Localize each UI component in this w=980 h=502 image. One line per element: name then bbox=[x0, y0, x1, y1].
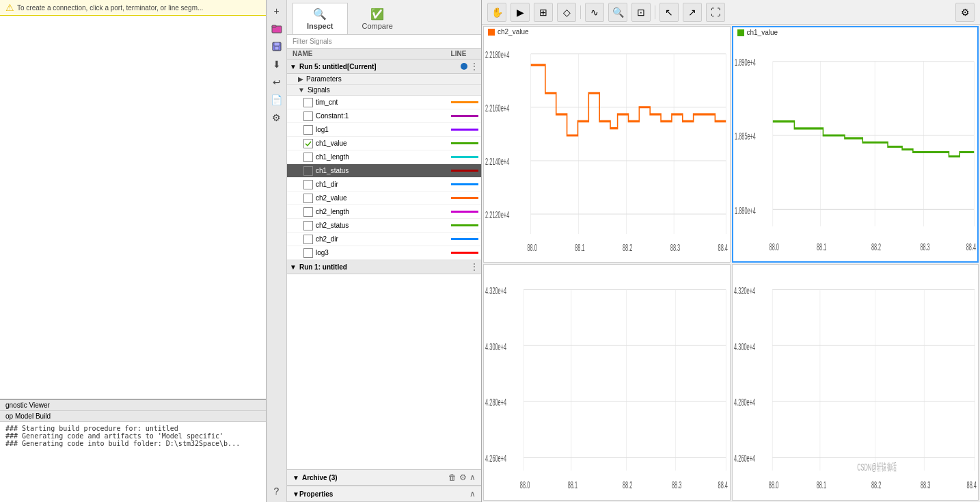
svg-text:4.320e+4: 4.320e+4 bbox=[485, 285, 506, 297]
diagnostic-panel: gnostic Viewer op Model Build ### Starti… bbox=[0, 399, 266, 502]
diamond-tool-btn[interactable]: ◇ bbox=[557, 3, 576, 22]
svg-text:88.3: 88.3 bbox=[672, 479, 682, 491]
chart-br-canvas[interactable]: 4.320e+4 4.300e+4 4.280e+4 4.260e+4 bbox=[733, 265, 979, 500]
const1-checkbox[interactable] bbox=[303, 111, 313, 121]
svg-text:1.880e+4: 1.880e+4 bbox=[735, 205, 756, 215]
run-header-1[interactable]: ▼ Run 1: untitled ⋮ bbox=[287, 260, 481, 274]
properties-collapse-btn[interactable]: ∧ bbox=[469, 489, 476, 499]
svg-text:4.300e+4: 4.300e+4 bbox=[485, 341, 506, 353]
left-panel: ⚠ To create a connection, click a port, … bbox=[0, 0, 267, 502]
svg-text:88.4: 88.4 bbox=[966, 241, 975, 252]
archive-header[interactable]: ▼ Archive (3) 🗑 ⚙ ∧ bbox=[287, 470, 481, 486]
download-btn[interactable]: ⬇ bbox=[269, 56, 285, 72]
play-tool-btn[interactable]: ▶ bbox=[511, 3, 530, 22]
properties-header[interactable]: ▼ Properties ∧ bbox=[287, 486, 481, 502]
ch2dir-checkbox[interactable] bbox=[303, 235, 313, 244]
filter-bar: Filter Signals bbox=[287, 35, 481, 49]
list-item[interactable]: ch1_length bbox=[287, 150, 481, 164]
run-header-5[interactable]: ▼ Run 5: untitled[Current] ⋮ bbox=[287, 60, 481, 74]
settings-btn[interactable]: ⚙ bbox=[269, 109, 285, 126]
ch1stat-checkbox[interactable] bbox=[303, 166, 313, 176]
expand-tool-btn[interactable]: ↗ bbox=[683, 3, 702, 22]
svg-text:88.4: 88.4 bbox=[718, 479, 729, 491]
ch1dir-swatch bbox=[451, 183, 478, 185]
archive-trash-btn[interactable]: 🗑 bbox=[448, 473, 457, 482]
list-item[interactable]: ch2_value bbox=[287, 191, 481, 205]
ch1val-checkbox[interactable] bbox=[303, 139, 313, 148]
grid-tool-btn[interactable]: ⊞ bbox=[534, 3, 553, 22]
folder-btn[interactable] bbox=[269, 21, 285, 37]
svg-text:88.4: 88.4 bbox=[966, 479, 977, 491]
tab-compare[interactable]: ✅ Compare bbox=[348, 3, 407, 34]
save-btn[interactable] bbox=[269, 38, 285, 55]
list-item[interactable]: ch2_length bbox=[287, 205, 481, 219]
properties-title: Properties bbox=[299, 490, 469, 498]
pan-tool-btn[interactable]: ✋ bbox=[487, 3, 506, 22]
archive-collapse-btn[interactable]: ∧ bbox=[469, 473, 476, 482]
svg-text:4.320e+4: 4.320e+4 bbox=[734, 285, 755, 297]
list-item[interactable]: ch2_status bbox=[287, 219, 481, 233]
svg-text:88.0: 88.0 bbox=[527, 242, 536, 252]
list-item[interactable]: log1 bbox=[287, 123, 481, 137]
params-label: Parameters bbox=[306, 75, 342, 83]
signals-header[interactable]: ▼ Signals bbox=[287, 85, 481, 96]
ch2val-swatch bbox=[451, 197, 478, 199]
add-block-btn[interactable]: + bbox=[269, 3, 285, 19]
ch2stat-name: ch2_status bbox=[316, 222, 448, 229]
cursor-tool-btn[interactable]: ↖ bbox=[659, 3, 679, 22]
signals-label: Signals bbox=[308, 86, 330, 94]
archive-settings-btn[interactable]: ⚙ bbox=[459, 473, 467, 482]
list-item[interactable]: log3 bbox=[287, 246, 481, 260]
run5-menu[interactable]: ⋮ bbox=[470, 62, 478, 71]
ch2stat-checkbox[interactable] bbox=[303, 221, 313, 230]
list-item[interactable]: ch1_status bbox=[287, 164, 481, 178]
signal-list-header: NAME LINE bbox=[287, 49, 481, 60]
build-title: op Model Build bbox=[0, 411, 266, 422]
log3-name: log3 bbox=[316, 249, 448, 256]
ch1-title-label: ch1_value bbox=[747, 29, 778, 36]
run5-dot bbox=[461, 63, 467, 70]
chart-settings-btn[interactable]: ⚙ bbox=[955, 3, 975, 22]
run-group-1: ▼ Run 1: untitled ⋮ bbox=[287, 260, 481, 274]
list-item[interactable]: ch2_dir bbox=[287, 233, 481, 246]
doc-btn[interactable]: 📄 bbox=[269, 92, 285, 108]
ch1dir-checkbox[interactable] bbox=[303, 180, 313, 189]
svg-text:88.1: 88.1 bbox=[816, 479, 826, 491]
archive-expand: ▼ bbox=[292, 474, 299, 481]
log1-checkbox[interactable] bbox=[303, 125, 313, 135]
help-btn[interactable]: ? bbox=[269, 483, 285, 499]
wave-tool-btn[interactable]: ∿ bbox=[585, 3, 604, 22]
svg-text:4.280e+4: 4.280e+4 bbox=[485, 396, 506, 408]
chart-bl-canvas[interactable]: 4.320e+4 4.300e+4 4.280e+4 4.260e+4 bbox=[484, 265, 730, 500]
ch2len-checkbox[interactable] bbox=[303, 207, 313, 217]
zoom-tool-btn[interactable]: 🔍 bbox=[608, 3, 627, 22]
col-line-header: LINE bbox=[441, 50, 476, 57]
list-item[interactable]: tim_cnt bbox=[287, 96, 481, 109]
run5-name: Run 5: untitled[Current] bbox=[299, 63, 458, 70]
ch1len-checkbox[interactable] bbox=[303, 153, 313, 162]
col-name-header: NAME bbox=[292, 50, 441, 57]
chart-ch2-canvas[interactable]: 2.2180e+4 2.2160e+4 2.2140e+4 2.2120e+4 bbox=[484, 37, 730, 262]
fullscreen-tool-btn[interactable]: ⛶ bbox=[706, 3, 725, 22]
list-item[interactable]: ch1_value bbox=[287, 137, 481, 150]
undo-btn[interactable]: ↩ bbox=[269, 74, 285, 90]
params-header[interactable]: ▶ Parameters bbox=[287, 74, 481, 85]
chart-ch1-canvas[interactable]: 1.890e+4 1.885e+4 1.880e+4 bbox=[733, 38, 978, 261]
ch2dir-name: ch2_dir bbox=[316, 235, 448, 243]
log3-checkbox[interactable] bbox=[303, 248, 313, 258]
ch2len-swatch bbox=[451, 211, 478, 213]
svg-rect-44 bbox=[275, 47, 279, 50]
list-item[interactable]: ch1_dir bbox=[287, 178, 481, 191]
frame-tool-btn[interactable]: ⊡ bbox=[631, 3, 651, 22]
run1-menu[interactable]: ⋮ bbox=[470, 262, 478, 272]
tim-cnt-checkbox[interactable] bbox=[303, 98, 313, 107]
svg-text:2.2120e+4: 2.2120e+4 bbox=[485, 210, 510, 220]
svg-text:88.4: 88.4 bbox=[718, 242, 729, 252]
svg-text:88.0: 88.0 bbox=[769, 241, 778, 252]
ch2val-checkbox[interactable] bbox=[303, 194, 313, 203]
list-item[interactable]: Constant:1 bbox=[287, 109, 481, 123]
main-area: ⚠ To create a connection, click a port, … bbox=[0, 0, 980, 502]
simulink-canvas-area: ⚠ To create a connection, click a port, … bbox=[0, 0, 266, 399]
ch1-title-dot bbox=[737, 29, 744, 36]
tab-inspect[interactable]: 🔍 Inspect bbox=[292, 3, 348, 34]
